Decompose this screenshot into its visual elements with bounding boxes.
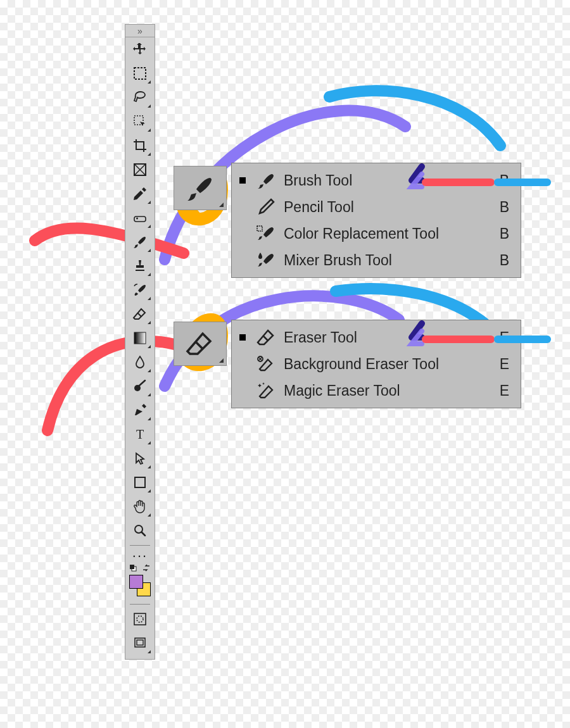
tool-marquee[interactable]: [128, 62, 152, 85]
tool-hand[interactable]: [128, 495, 152, 518]
tool-eyedropper[interactable]: [128, 182, 152, 205]
swap-colors-icon[interactable]: [142, 564, 151, 572]
eraser-icon: [132, 306, 148, 322]
tool-quick-select[interactable]: [128, 110, 152, 133]
tool-brush[interactable]: [128, 230, 152, 253]
flyout-indicator-icon: [148, 153, 151, 156]
flyout-shortcut: E: [500, 382, 509, 399]
default-colors-icon[interactable]: [129, 564, 137, 572]
tool-eraser[interactable]: [128, 303, 152, 325]
flyout-item-eraser[interactable]: Eraser Tool E: [232, 324, 521, 351]
svg-rect-3: [134, 217, 146, 222]
foreground-color-swatch[interactable]: [129, 575, 143, 589]
callout-brush[interactable]: [174, 166, 227, 210]
zoom-icon: [132, 523, 148, 538]
pencil-icon: [255, 196, 277, 218]
spot-heal-icon: [132, 210, 148, 225]
tool-more[interactable]: ···: [128, 549, 152, 563]
flyout-label: Brush Tool: [284, 172, 484, 189]
dodge-icon: [132, 379, 148, 394]
move-icon: [132, 42, 148, 57]
shape-icon: [133, 475, 147, 489]
flyout-item-background-eraser[interactable]: Background Eraser Tool E: [232, 351, 521, 377]
tool-type[interactable]: T: [128, 423, 152, 446]
tool-spot-heal[interactable]: [128, 206, 152, 229]
eraser-flyout-menu: Eraser Tool E Background Eraser Tool E M…: [231, 320, 521, 408]
svg-rect-4: [134, 332, 146, 344]
flyout-indicator-icon: [148, 80, 151, 84]
svg-rect-11: [134, 613, 146, 625]
flyout-label: Color Replacement Tool: [284, 225, 484, 242]
tool-stamp[interactable]: [128, 254, 152, 277]
flyout-item-brush[interactable]: Brush Tool B: [232, 167, 521, 194]
flyout-shortcut: B: [500, 172, 509, 189]
tool-dodge[interactable]: [128, 375, 152, 398]
magic-eraser-icon: [255, 379, 277, 402]
tool-history-brush[interactable]: [128, 279, 152, 301]
brush-icon: [132, 234, 148, 249]
svg-point-12: [137, 616, 143, 622]
eraser-icon: [185, 329, 215, 359]
flyout-indicator-icon: [148, 417, 151, 420]
tool-path-select[interactable]: [128, 447, 152, 470]
flyout-label: Mixer Brush Tool: [284, 252, 484, 269]
flyout-indicator-icon: [219, 358, 224, 363]
stamp-icon: [132, 258, 148, 273]
quick-mask-icon: [133, 612, 147, 626]
svg-rect-14: [137, 640, 143, 645]
flyout-indicator-icon: [148, 489, 151, 493]
flyout-indicator-icon: [219, 203, 224, 207]
swatch-controls: [128, 563, 152, 572]
flyout-item-color-replacement[interactable]: Color Replacement Tool B: [232, 220, 521, 247]
svg-rect-15: [257, 226, 262, 231]
tool-gradient[interactable]: [128, 327, 152, 349]
tool-zoom[interactable]: [128, 519, 152, 542]
tool-lasso[interactable]: [128, 86, 152, 109]
marquee-icon: [133, 66, 147, 80]
flyout-indicator-icon: [148, 225, 151, 228]
flyout-label: Pencil Tool: [284, 199, 484, 216]
tool-move[interactable]: [128, 38, 152, 61]
callout-eraser[interactable]: [174, 322, 227, 366]
flyout-label: Eraser Tool: [284, 329, 484, 346]
svg-rect-7: [135, 477, 145, 487]
tool-blur[interactable]: [128, 351, 152, 373]
flyout-shortcut: B: [500, 199, 509, 216]
flyout-indicator-icon: [148, 650, 151, 653]
flyout-item-mixer-brush[interactable]: Mixer Brush Tool B: [232, 247, 521, 273]
flyout-item-pencil[interactable]: Pencil Tool B: [232, 194, 521, 220]
tool-pen[interactable]: [128, 399, 152, 422]
color-swatches[interactable]: [128, 574, 152, 598]
flyout-indicator-icon: [148, 345, 151, 348]
flyout-indicator-icon: [148, 393, 151, 396]
path-select-icon: [133, 451, 147, 465]
toolbar-divider: [130, 545, 150, 546]
flyout-shortcut: B: [500, 225, 509, 242]
flyout-indicator-icon: [148, 273, 151, 276]
flyout-item-magic-eraser[interactable]: Magic Eraser Tool E: [232, 377, 521, 404]
flyout-indicator-icon: [148, 465, 151, 468]
tools-panel: »: [125, 24, 155, 660]
pen-icon: [132, 403, 148, 418]
tool-crop[interactable]: [128, 134, 152, 157]
panel-collapse-button[interactable]: »: [125, 25, 155, 37]
collapse-glyph: »: [137, 26, 142, 36]
svg-text:T: T: [136, 427, 144, 441]
flyout-label: Background Eraser Tool: [284, 356, 484, 373]
tool-shape[interactable]: [128, 471, 152, 494]
more-icon: ···: [132, 548, 148, 564]
flyout-indicator-icon: [148, 369, 151, 372]
tool-screen-mode[interactable]: [128, 632, 152, 655]
eraser-icon: [255, 326, 277, 349]
svg-rect-0: [134, 68, 146, 79]
frame-icon: [133, 163, 147, 177]
tool-frame[interactable]: [128, 158, 152, 181]
toolbar-divider: [130, 604, 150, 605]
flyout-indicator-icon: [148, 321, 151, 324]
blur-icon: [133, 355, 147, 369]
flyout-indicator-icon: [148, 129, 151, 132]
tool-quick-mask[interactable]: [128, 608, 152, 631]
flyout-indicator-icon: [148, 249, 151, 252]
flyout-label: Magic Eraser Tool: [284, 382, 484, 399]
crop-icon: [132, 138, 148, 153]
